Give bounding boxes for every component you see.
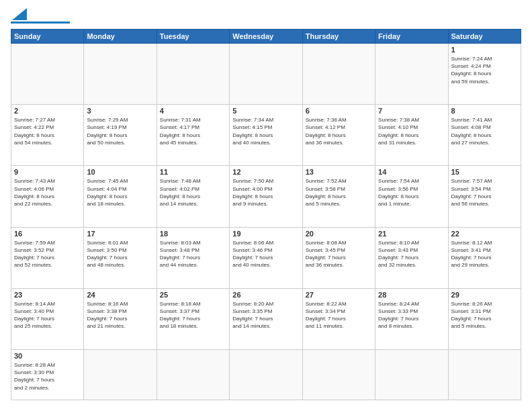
logo-underline bbox=[11, 21, 70, 24]
calendar-cell: 26Sunrise: 8:20 AM Sunset: 3:35 PM Dayli… bbox=[230, 288, 302, 349]
calendar-cell bbox=[230, 350, 302, 400]
svg-marker-0 bbox=[12, 8, 27, 20]
calendar-cell: 21Sunrise: 8:10 AM Sunset: 3:43 PM Dayli… bbox=[375, 227, 448, 288]
day-info: Sunrise: 8:24 AM Sunset: 3:33 PM Dayligh… bbox=[378, 300, 445, 330]
calendar-table: SundayMondayTuesdayWednesdayThursdayFrid… bbox=[11, 29, 521, 400]
calendar-cell: 16Sunrise: 7:59 AM Sunset: 3:52 PM Dayli… bbox=[11, 227, 84, 288]
day-info: Sunrise: 7:36 AM Sunset: 4:12 PM Dayligh… bbox=[306, 116, 372, 146]
weekday-header-tuesday: Tuesday bbox=[157, 30, 229, 44]
day-info: Sunrise: 7:34 AM Sunset: 4:15 PM Dayligh… bbox=[232, 116, 299, 146]
calendar-cell: 30Sunrise: 8:28 AM Sunset: 3:30 PM Dayli… bbox=[11, 350, 84, 400]
calendar-cell: 28Sunrise: 8:24 AM Sunset: 3:33 PM Dayli… bbox=[375, 288, 448, 349]
calendar-cell bbox=[448, 350, 521, 400]
weekday-header-row: SundayMondayTuesdayWednesdayThursdayFrid… bbox=[11, 30, 521, 44]
calendar-cell bbox=[84, 44, 157, 105]
day-number: 30 bbox=[14, 352, 81, 360]
calendar-cell bbox=[375, 350, 448, 400]
calendar-cell: 20Sunrise: 8:08 AM Sunset: 3:45 PM Dayli… bbox=[302, 227, 375, 288]
day-info: Sunrise: 7:54 AM Sunset: 3:56 PM Dayligh… bbox=[378, 177, 445, 208]
day-number: 21 bbox=[378, 230, 445, 238]
day-number: 19 bbox=[232, 230, 299, 238]
day-number: 20 bbox=[306, 230, 372, 238]
calendar-cell: 19Sunrise: 8:06 AM Sunset: 3:46 PM Dayli… bbox=[230, 227, 302, 288]
day-info: Sunrise: 7:27 AM Sunset: 4:22 PM Dayligh… bbox=[14, 116, 81, 146]
day-number: 18 bbox=[160, 230, 226, 238]
day-info: Sunrise: 8:14 AM Sunset: 3:40 PM Dayligh… bbox=[14, 300, 81, 330]
logo bbox=[11, 11, 70, 24]
day-number: 6 bbox=[306, 107, 372, 115]
day-number: 16 bbox=[14, 230, 81, 238]
day-number: 2 bbox=[14, 107, 81, 115]
calendar-cell bbox=[230, 44, 302, 105]
calendar-cell bbox=[157, 44, 229, 105]
calendar-cell: 3Sunrise: 7:29 AM Sunset: 4:19 PM Daylig… bbox=[84, 105, 157, 166]
day-number: 4 bbox=[160, 107, 226, 115]
calendar-week-4: 23Sunrise: 8:14 AM Sunset: 3:40 PM Dayli… bbox=[11, 288, 521, 349]
weekday-header-wednesday: Wednesday bbox=[230, 30, 302, 44]
calendar-cell: 9Sunrise: 7:43 AM Sunset: 4:06 PM Daylig… bbox=[11, 166, 84, 227]
day-number: 22 bbox=[451, 230, 518, 238]
day-info: Sunrise: 7:50 AM Sunset: 4:00 PM Dayligh… bbox=[232, 177, 299, 208]
day-info: Sunrise: 7:48 AM Sunset: 4:02 PM Dayligh… bbox=[160, 177, 226, 208]
calendar-cell: 23Sunrise: 8:14 AM Sunset: 3:40 PM Dayli… bbox=[11, 288, 84, 349]
day-number: 28 bbox=[378, 291, 445, 299]
calendar-cell: 29Sunrise: 8:26 AM Sunset: 3:31 PM Dayli… bbox=[448, 288, 521, 349]
day-info: Sunrise: 8:26 AM Sunset: 3:31 PM Dayligh… bbox=[451, 300, 518, 330]
calendar-cell: 10Sunrise: 7:45 AM Sunset: 4:04 PM Dayli… bbox=[84, 166, 157, 227]
calendar-cell bbox=[302, 350, 375, 400]
weekday-header-thursday: Thursday bbox=[302, 30, 375, 44]
day-info: Sunrise: 8:20 AM Sunset: 3:35 PM Dayligh… bbox=[232, 300, 299, 330]
logo-icon bbox=[12, 8, 27, 20]
day-info: Sunrise: 7:43 AM Sunset: 4:06 PM Dayligh… bbox=[14, 177, 81, 208]
day-number: 12 bbox=[232, 168, 299, 176]
day-number: 23 bbox=[14, 291, 81, 299]
page: SundayMondayTuesdayWednesdayThursdayFrid… bbox=[0, 0, 532, 411]
calendar-cell: 7Sunrise: 7:38 AM Sunset: 4:10 PM Daylig… bbox=[375, 105, 448, 166]
day-info: Sunrise: 8:10 AM Sunset: 3:43 PM Dayligh… bbox=[378, 239, 445, 269]
calendar-cell: 8Sunrise: 7:41 AM Sunset: 4:08 PM Daylig… bbox=[448, 105, 521, 166]
calendar-week-5: 30Sunrise: 8:28 AM Sunset: 3:30 PM Dayli… bbox=[11, 350, 521, 400]
calendar-cell: 11Sunrise: 7:48 AM Sunset: 4:02 PM Dayli… bbox=[157, 166, 229, 227]
header bbox=[11, 11, 521, 24]
day-number: 25 bbox=[160, 291, 226, 299]
day-info: Sunrise: 7:31 AM Sunset: 4:17 PM Dayligh… bbox=[160, 116, 226, 146]
calendar-cell: 22Sunrise: 8:12 AM Sunset: 3:41 PM Dayli… bbox=[448, 227, 521, 288]
day-number: 7 bbox=[378, 107, 445, 115]
day-number: 1 bbox=[451, 46, 518, 54]
calendar-cell bbox=[157, 350, 229, 400]
day-info: Sunrise: 8:22 AM Sunset: 3:34 PM Dayligh… bbox=[306, 300, 372, 330]
weekday-header-saturday: Saturday bbox=[448, 30, 521, 44]
day-number: 27 bbox=[306, 291, 372, 299]
day-number: 17 bbox=[87, 230, 153, 238]
calendar-cell bbox=[302, 44, 375, 105]
calendar-cell: 14Sunrise: 7:54 AM Sunset: 3:56 PM Dayli… bbox=[375, 166, 448, 227]
calendar-cell: 13Sunrise: 7:52 AM Sunset: 3:58 PM Dayli… bbox=[302, 166, 375, 227]
calendar-week-2: 9Sunrise: 7:43 AM Sunset: 4:06 PM Daylig… bbox=[11, 166, 521, 227]
calendar-cell: 15Sunrise: 7:57 AM Sunset: 3:54 PM Dayli… bbox=[448, 166, 521, 227]
day-info: Sunrise: 7:29 AM Sunset: 4:19 PM Dayligh… bbox=[87, 116, 153, 146]
calendar-cell: 17Sunrise: 8:01 AM Sunset: 3:50 PM Dayli… bbox=[84, 227, 157, 288]
day-info: Sunrise: 7:45 AM Sunset: 4:04 PM Dayligh… bbox=[87, 177, 153, 208]
day-info: Sunrise: 8:08 AM Sunset: 3:45 PM Dayligh… bbox=[306, 239, 372, 269]
calendar-cell: 24Sunrise: 8:16 AM Sunset: 3:38 PM Dayli… bbox=[84, 288, 157, 349]
day-info: Sunrise: 8:28 AM Sunset: 3:30 PM Dayligh… bbox=[14, 361, 81, 392]
weekday-header-friday: Friday bbox=[375, 30, 448, 44]
weekday-header-monday: Monday bbox=[84, 30, 157, 44]
day-info: Sunrise: 7:41 AM Sunset: 4:08 PM Dayligh… bbox=[451, 116, 518, 146]
day-info: Sunrise: 8:03 AM Sunset: 3:48 PM Dayligh… bbox=[160, 239, 226, 269]
day-info: Sunrise: 8:01 AM Sunset: 3:50 PM Dayligh… bbox=[87, 239, 153, 269]
day-number: 26 bbox=[232, 291, 299, 299]
calendar-cell: 1Sunrise: 7:24 AM Sunset: 4:24 PM Daylig… bbox=[448, 44, 521, 105]
day-number: 10 bbox=[87, 168, 153, 176]
day-number: 8 bbox=[451, 107, 518, 115]
day-number: 13 bbox=[306, 168, 372, 176]
calendar-cell: 12Sunrise: 7:50 AM Sunset: 4:00 PM Dayli… bbox=[230, 166, 302, 227]
day-number: 11 bbox=[160, 168, 226, 176]
calendar-cell: 6Sunrise: 7:36 AM Sunset: 4:12 PM Daylig… bbox=[302, 105, 375, 166]
day-number: 5 bbox=[232, 107, 299, 115]
calendar-cell bbox=[11, 44, 84, 105]
day-number: 15 bbox=[451, 168, 518, 176]
day-info: Sunrise: 8:12 AM Sunset: 3:41 PM Dayligh… bbox=[451, 239, 518, 269]
day-number: 24 bbox=[87, 291, 153, 299]
day-number: 14 bbox=[378, 168, 445, 176]
